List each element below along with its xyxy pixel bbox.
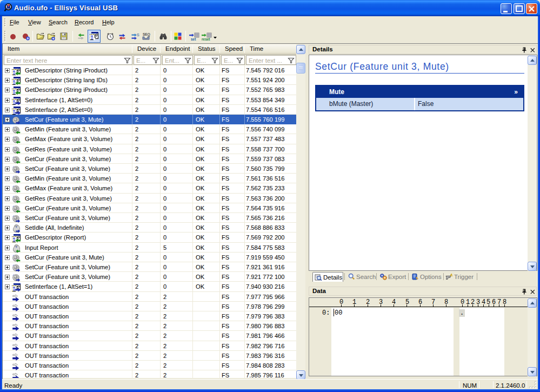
- svg-text:S: S: [137, 33, 139, 37]
- svg-text:reset: reset: [202, 37, 210, 41]
- svg-text:SEQ: SEQ: [143, 32, 150, 37]
- svg-text:set: set: [191, 37, 196, 41]
